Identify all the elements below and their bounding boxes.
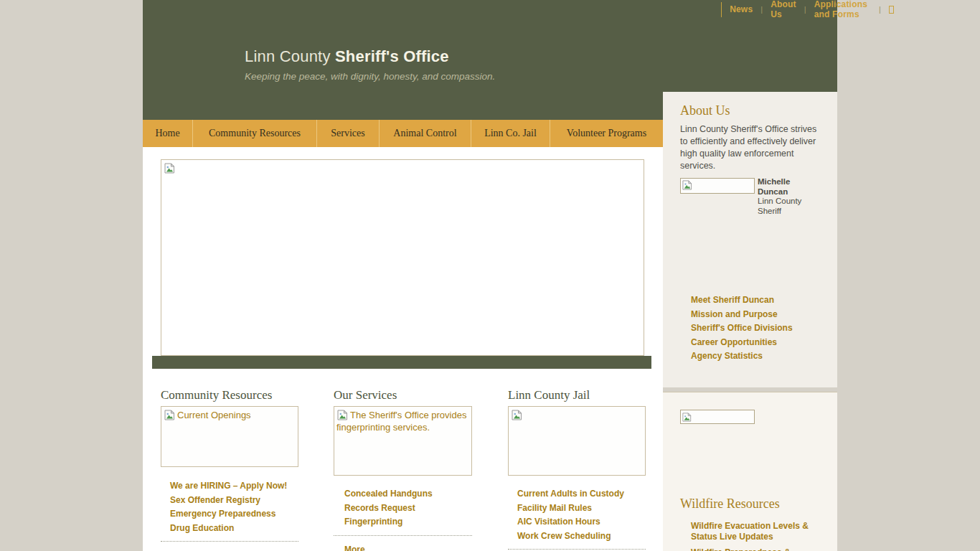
- link-meet-sheriff-duncan[interactable]: Meet Sheriff Duncan: [691, 295, 774, 305]
- column-heading: Our Services: [334, 388, 472, 402]
- link-list: Concealed Handguns Records Request Finge…: [344, 486, 472, 529]
- broken-image-icon: [164, 410, 175, 420]
- link-list: Current Adults in Custody Facility Mail …: [517, 486, 646, 542]
- about-description: Linn County Sheriff's Office strives to …: [680, 123, 818, 172]
- column-heading: Linn County Jail: [508, 388, 646, 402]
- link-wildfire-evacuation-levels[interactable]: Wildfire Evacuation Levels & Status Live…: [691, 521, 809, 542]
- link-career-opportunities[interactable]: Career Opportunities: [691, 337, 777, 347]
- sheriff-title: Linn County Sheriff: [758, 197, 819, 216]
- nav-item-volunteer-programs[interactable]: Volunteer Programs: [550, 120, 663, 147]
- separator: |: [804, 5, 806, 14]
- list-item: Career Opportunities: [691, 335, 831, 349]
- link-sex-offender-registry[interactable]: Sex Offender Registry: [170, 495, 260, 505]
- divider: [161, 541, 298, 542]
- page: News | About Us | Applications and Forms…: [0, 0, 980, 551]
- link-current-adults-in-custody[interactable]: Current Adults in Custody: [517, 489, 624, 499]
- topnav-link-about-us[interactable]: About Us: [771, 0, 796, 19]
- list-item: Meet Sheriff Duncan: [691, 293, 831, 307]
- sheriff-photo-broken-image: [680, 178, 755, 194]
- link-facility-mail-rules[interactable]: Facility Mail Rules: [517, 503, 592, 513]
- divider: [334, 535, 472, 536]
- list-item: Fingerprinting: [344, 514, 472, 529]
- link-drug-education[interactable]: Drug Education: [170, 523, 234, 533]
- sidebar-heading: About Us: [680, 103, 730, 118]
- column-community-resources: Community Resources Current Openings We …: [161, 388, 298, 551]
- column-heading: Community Resources: [161, 388, 298, 402]
- link-list: We are HIRING – Apply Now! Sex Offender …: [170, 479, 298, 534]
- list-item: Current Adults in Custody: [517, 486, 646, 501]
- separator: |: [760, 5, 763, 14]
- site-title-bold: Sheriff's Office: [335, 47, 449, 65]
- list-item: AIC Visitation Hours: [517, 514, 646, 529]
- image-alt-text: Current Openings: [177, 410, 251, 420]
- sidebar-heading: Wildfire Resources: [680, 496, 780, 512]
- column-linn-county-jail: Linn County Jail Current Adults in Custo…: [508, 388, 646, 550]
- nav-item-services[interactable]: Services: [316, 120, 379, 147]
- nav-item-animal-control[interactable]: Animal Control: [379, 120, 471, 147]
- list-item: Work Crew Scheduling: [517, 529, 646, 543]
- site-title-regular: Linn County: [245, 47, 331, 65]
- list-item: Wildfire Evacuation Levels & Status Live…: [691, 520, 824, 542]
- list-item: Sheriff's Office Divisions: [691, 321, 831, 335]
- more-link[interactable]: More: [344, 545, 365, 551]
- broken-image-icon: [682, 180, 692, 190]
- link-emergency-preparedness[interactable]: Emergency Preparedness: [170, 509, 275, 519]
- sheriff-caption: Michelle Duncan Linn County Sheriff: [758, 177, 819, 216]
- slideshow-broken-image: [161, 159, 644, 356]
- divider: [508, 549, 646, 550]
- list-item: Agency Statistics: [691, 349, 831, 363]
- slideshow-bar: [152, 356, 651, 369]
- link-hiring[interactable]: We are HIRING – Apply Now!: [170, 481, 287, 491]
- broken-image-icon[interactable]: [889, 6, 894, 14]
- link-sheriffs-office-divisions[interactable]: Sheriff's Office Divisions: [691, 323, 793, 333]
- thumbnail-broken-image[interactable]: [508, 406, 646, 476]
- list-item: Facility Mail Rules: [517, 501, 646, 515]
- link-work-crew-scheduling[interactable]: Work Crew Scheduling: [517, 531, 611, 541]
- link-agency-statistics[interactable]: Agency Statistics: [691, 351, 763, 361]
- link-wildfire-preparedness[interactable]: Wildfire Preparedness &: [691, 547, 791, 551]
- about-link-list: Meet Sheriff Duncan Mission and Purpose …: [691, 293, 831, 363]
- list-item: Mission and Purpose: [691, 307, 831, 321]
- column-our-services: Our Services The Sheriff's Office provid…: [334, 388, 472, 551]
- site-branding: Linn County Sheriff's Office Keeping the…: [245, 47, 495, 82]
- list-item: Sex Offender Registry: [170, 493, 298, 507]
- broken-image-icon: [164, 163, 175, 174]
- nav-item-linn-co-jail[interactable]: Linn Co. Jail: [471, 120, 550, 147]
- sidebar-about-us: About Us Linn County Sheriff's Office st…: [663, 92, 837, 387]
- sheriff-name: Michelle Duncan: [758, 177, 819, 197]
- wildfire-link-list: Wildfire Evacuation Levels & Status Live…: [691, 520, 824, 551]
- list-item: Concealed Handguns: [344, 486, 472, 501]
- wildfire-broken-image: [680, 410, 755, 424]
- link-fingerprinting[interactable]: Fingerprinting: [344, 517, 402, 527]
- site-title: Linn County Sheriff's Office: [245, 47, 495, 66]
- list-item: Wildfire Preparedness &: [691, 547, 824, 551]
- broken-image-icon: [337, 410, 348, 420]
- list-item: We are HIRING – Apply Now!: [170, 479, 298, 493]
- nav-item-community-resources[interactable]: Community Resources: [192, 120, 316, 147]
- separator: |: [879, 5, 881, 14]
- topnav-link-news[interactable]: News: [730, 4, 753, 14]
- link-concealed-handguns[interactable]: Concealed Handguns: [344, 489, 433, 499]
- broken-image-icon: [682, 413, 692, 422]
- divider: [721, 2, 722, 17]
- list-item: Drug Education: [170, 521, 298, 535]
- list-item: Records Request: [344, 501, 472, 515]
- link-records-request[interactable]: Records Request: [344, 503, 415, 513]
- thumbnail-broken-image[interactable]: Current Openings: [161, 406, 298, 467]
- image-alt-text: The Sheriff's Office provides fingerprin…: [336, 410, 466, 433]
- topnav-link-applications-forms[interactable]: Applications and Forms: [814, 0, 871, 19]
- link-mission-and-purpose[interactable]: Mission and Purpose: [691, 309, 778, 319]
- sidebar-wildfire: Wildfire Resources Wildfire Evacuation L…: [663, 392, 837, 551]
- utility-nav: News | About Us | Applications and Forms…: [721, 0, 894, 19]
- list-item: Emergency Preparedness: [170, 507, 298, 521]
- main-nav: Home Community Resources Services Animal…: [143, 120, 663, 147]
- link-aic-visitation-hours[interactable]: AIC Visitation Hours: [517, 517, 600, 527]
- broken-image-icon: [512, 410, 522, 420]
- site-tagline: Keeping the peace, with dignity, honesty…: [245, 71, 495, 82]
- thumbnail-broken-image[interactable]: The Sheriff's Office provides fingerprin…: [334, 406, 472, 476]
- nav-item-home[interactable]: Home: [143, 120, 192, 147]
